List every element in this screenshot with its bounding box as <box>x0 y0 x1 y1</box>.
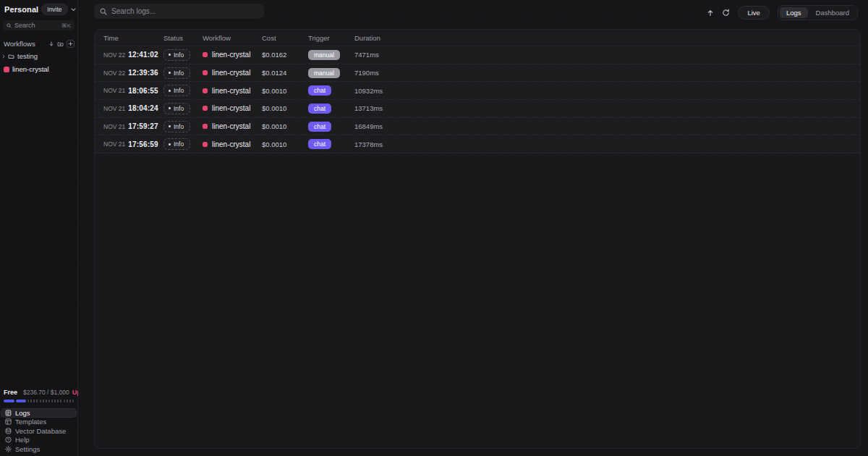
workflow-dot <box>203 88 208 93</box>
sidebar-menu: Logs Templates Vector Database Help Sett… <box>0 409 77 454</box>
table-row[interactable]: NOV 21 18:06:55 Info linen-crystal $0.00… <box>95 82 860 100</box>
cost-value: $0.0010 <box>262 104 286 112</box>
import-arrow-icon[interactable] <box>48 41 54 47</box>
plan-badge: Free <box>4 389 17 396</box>
sidebar-item-vector-database[interactable]: Vector Database <box>1 427 76 436</box>
top-controls: Live Logs Dashboard <box>707 5 858 20</box>
table-body: NOV 22 12:41:02 Info linen-crystal $0.01… <box>95 46 860 153</box>
sidebar-item-linen-crystal[interactable]: linen-crystal <box>0 64 77 74</box>
sidebar-item-logs[interactable]: Logs <box>1 409 76 418</box>
table-row[interactable]: NOV 21 17:56:59 Info linen-crystal $0.00… <box>95 135 860 153</box>
log-date: NOV 21 <box>103 87 125 94</box>
refresh-icon[interactable] <box>722 9 730 17</box>
duration-value: 7190ms <box>354 69 379 77</box>
info-button[interactable]: Info <box>163 49 190 61</box>
templates-icon <box>5 418 12 425</box>
meter-segment <box>40 400 51 402</box>
meter-segment <box>27 400 38 402</box>
tab-dashboard[interactable]: Dashboard <box>809 7 856 18</box>
workflow-label: linen-crystal <box>12 65 49 73</box>
new-folder-icon[interactable] <box>57 41 64 47</box>
table-row[interactable]: NOV 22 12:41:02 Info linen-crystal $0.01… <box>95 46 860 64</box>
sidebar-search-input[interactable]: Search ⌘K <box>3 20 75 30</box>
log-time: 17:59:27 <box>128 122 158 130</box>
col-duration: Duration <box>354 34 860 42</box>
trigger-badge: chat <box>308 104 331 114</box>
status-dot-icon <box>169 90 171 92</box>
cost-value: $0.0124 <box>262 69 286 77</box>
duration-value: 7471ms <box>354 51 379 59</box>
usage-meter <box>4 400 74 402</box>
usage-row: Free $236.70 / $1,000 Upgrade <box>0 389 77 396</box>
meter-segment <box>16 400 27 402</box>
workflow-name: linen-crystal <box>212 51 250 59</box>
info-button[interactable]: Info <box>163 103 190 114</box>
log-date: NOV 22 <box>103 51 125 59</box>
tab-logs[interactable]: Logs <box>780 7 808 18</box>
log-date: NOV 21 <box>103 105 125 112</box>
logs-icon <box>5 410 12 416</box>
workflow-name: linen-crystal <box>212 87 250 95</box>
log-time: 18:06:55 <box>128 87 158 95</box>
search-shortcut: ⌘K <box>61 22 71 29</box>
sidebar-item-help[interactable]: Help <box>1 436 76 444</box>
info-button[interactable]: Info <box>163 138 190 150</box>
table-row[interactable]: NOV 21 17:59:27 Info linen-crystal $0.00… <box>95 118 860 136</box>
live-button[interactable]: Live <box>738 6 769 20</box>
col-trigger: Trigger <box>308 34 354 42</box>
view-toggle: Logs Dashboard <box>778 5 858 20</box>
chevron-down-icon[interactable] <box>71 8 76 12</box>
log-date: NOV 22 <box>103 69 125 77</box>
invite-button[interactable]: Invite <box>41 4 67 15</box>
trigger-badge: manual <box>308 50 340 60</box>
workflow-dot <box>203 52 208 57</box>
workspace-row: Personal Invite <box>0 0 77 15</box>
help-icon <box>5 436 12 443</box>
vector-database-icon <box>5 428 12 434</box>
sidebar-item-templates[interactable]: Templates <box>1 418 76 426</box>
search-icon <box>100 8 107 15</box>
sidebar-item-settings[interactable]: Settings <box>1 445 76 454</box>
info-button[interactable]: Info <box>163 85 190 96</box>
folder-icon <box>8 54 14 59</box>
workflow-name: linen-crystal <box>212 122 250 130</box>
duration-value: 16849ms <box>354 122 383 130</box>
workflow-dot <box>203 124 208 129</box>
log-time: 12:39:36 <box>128 69 158 77</box>
logs-table: Time Status Workflow Cost Trigger Durati… <box>94 29 861 449</box>
table-row[interactable]: NOV 21 18:04:24 Info linen-crystal $0.00… <box>95 100 860 118</box>
status-dot-icon <box>169 54 171 56</box>
workflow-color-dot <box>4 67 9 72</box>
workflow-dot <box>203 106 208 111</box>
meter-segment <box>4 400 14 402</box>
search-icon <box>7 23 12 28</box>
cost-value: $0.0010 <box>262 140 286 148</box>
trigger-badge: manual <box>308 68 340 78</box>
folder-label: testing <box>17 52 38 60</box>
workflow-dot <box>203 70 208 75</box>
add-workflow-icon[interactable] <box>67 40 75 48</box>
usage-amount: $236.70 / $1,000 <box>23 389 69 396</box>
logs-search-input[interactable]: Search logs... <box>94 4 264 19</box>
sidebar-item-testing[interactable]: testing <box>0 51 77 61</box>
cost-value: $0.0162 <box>262 51 286 59</box>
log-time: 18:04:24 <box>128 104 158 112</box>
status-dot-icon <box>169 107 171 109</box>
workflow-name: linen-crystal <box>212 104 250 112</box>
workflows-title: Workflows <box>4 40 35 48</box>
trigger-badge: chat <box>308 85 331 96</box>
meter-segment <box>64 400 75 402</box>
sidebar-bottom: Free $236.70 / $1,000 Upgrade Logs Templ… <box>0 389 77 456</box>
info-button[interactable]: Info <box>163 121 190 132</box>
log-date: NOV 21 <box>103 123 125 130</box>
table-header: Time Status Workflow Cost Trigger Durati… <box>95 30 860 46</box>
col-status: Status <box>163 34 203 42</box>
table-row[interactable]: NOV 22 12:39:36 Info linen-crystal $0.01… <box>95 64 860 83</box>
scroll-top-icon[interactable] <box>707 9 714 17</box>
log-date: NOV 21 <box>103 140 125 148</box>
settings-icon <box>5 446 12 452</box>
info-button[interactable]: Info <box>163 67 190 79</box>
chevron-right-icon <box>2 54 5 59</box>
col-cost: Cost <box>262 34 308 42</box>
cost-value: $0.0010 <box>262 87 286 95</box>
